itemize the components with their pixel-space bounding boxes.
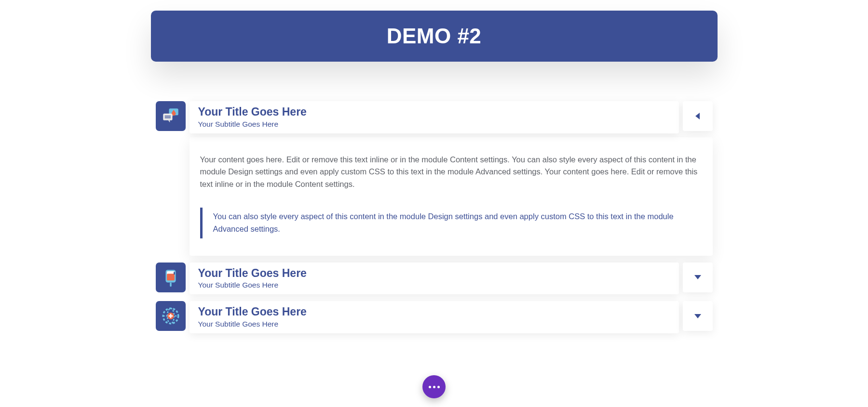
caret-left-icon	[695, 113, 700, 119]
banner-title: DEMO #2	[387, 24, 482, 48]
accordion-item: Your Title Goes Here Your Subtitle Goes …	[156, 301, 713, 333]
svg-rect-2	[164, 116, 170, 117]
svg-rect-7	[170, 282, 172, 287]
accordion-body-text: Your content goes here. Edit or remove t…	[200, 154, 702, 191]
accordion-title: Your Title Goes Here	[198, 105, 670, 119]
svg-rect-6	[167, 274, 175, 280]
accordion: Your Title Goes Here Your Subtitle Goes …	[156, 101, 713, 333]
accordion-title: Your Title Goes Here	[198, 305, 670, 319]
accordion-item: Your Title Goes Here Your Subtitle Goes …	[156, 263, 713, 295]
chat-drop-icon	[156, 101, 186, 131]
svg-rect-3	[164, 118, 170, 118]
accordion-title-block[interactable]: Your Title Goes Here Your Subtitle Goes …	[190, 301, 679, 333]
accordion-subtitle: Your Subtitle Goes Here	[198, 320, 670, 328]
accordion-subtitle: Your Subtitle Goes Here	[198, 120, 670, 129]
dots-icon	[429, 386, 431, 388]
accordion-toggle[interactable]	[683, 263, 713, 292]
svg-rect-14	[168, 315, 173, 317]
svg-rect-8	[174, 272, 175, 274]
caret-down-icon	[694, 314, 701, 318]
accordion-quote: You can also style every aspect of this …	[200, 208, 702, 238]
globe-cross-icon	[156, 301, 186, 331]
accordion-title-block[interactable]: Your Title Goes Here Your Subtitle Goes …	[190, 101, 679, 133]
dots-icon	[433, 386, 435, 388]
accordion-toggle[interactable]	[683, 101, 713, 131]
accordion-body: Your content goes here. Edit or remove t…	[190, 137, 713, 256]
accordion-subtitle: Your Subtitle Goes Here	[198, 281, 670, 289]
accordion-header: Your Title Goes Here Your Subtitle Goes …	[156, 263, 713, 295]
fab-more-button[interactable]	[422, 375, 446, 398]
demo-banner: DEMO #2	[151, 11, 718, 62]
accordion-header: Your Title Goes Here Your Subtitle Goes …	[156, 101, 713, 133]
accordion-title-block[interactable]: Your Title Goes Here Your Subtitle Goes …	[190, 263, 679, 295]
accordion-toggle[interactable]	[683, 301, 713, 331]
svg-rect-1	[163, 114, 172, 120]
accordion-title: Your Title Goes Here	[198, 266, 670, 280]
iv-bag-icon	[156, 263, 186, 292]
caret-down-icon	[694, 275, 701, 279]
dots-icon	[437, 386, 440, 388]
accordion-item: Your Title Goes Here Your Subtitle Goes …	[156, 101, 713, 256]
accordion-header: Your Title Goes Here Your Subtitle Goes …	[156, 301, 713, 333]
